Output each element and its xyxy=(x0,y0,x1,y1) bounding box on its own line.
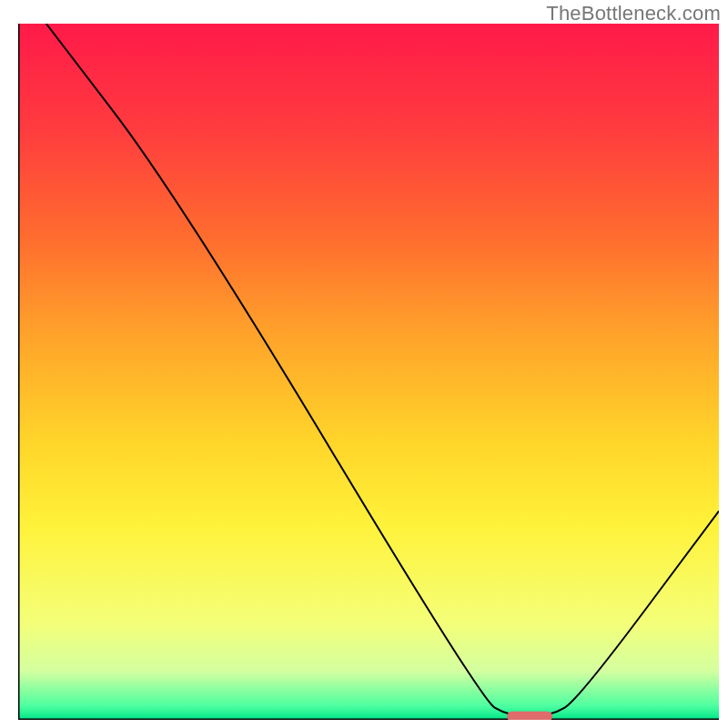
watermark-text: TheBottleneck.com xyxy=(546,2,721,25)
plot-svg xyxy=(18,24,719,720)
highlight-pill-marker xyxy=(507,712,552,720)
gradient-background xyxy=(18,24,719,720)
plot-area xyxy=(18,24,719,720)
chart-stage: TheBottleneck.com xyxy=(0,0,728,728)
